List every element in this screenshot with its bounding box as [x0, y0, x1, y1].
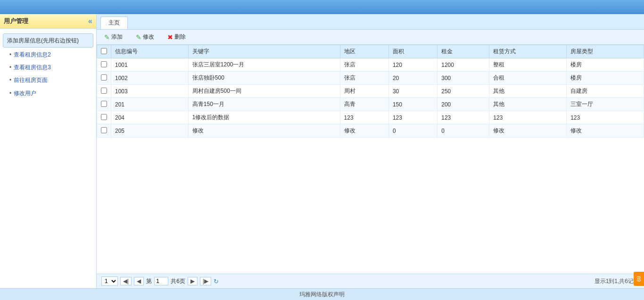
- edit-button[interactable]: ✎ 修改: [133, 32, 157, 42]
- table-row[interactable]: 205 修改 修改 0 0 修改 修改: [97, 124, 644, 138]
- row-rent-type: 合租: [489, 72, 567, 85]
- row-size: 123: [388, 111, 437, 124]
- delete-button[interactable]: ✖ 删除: [165, 32, 189, 42]
- row-rent: 123: [438, 111, 489, 124]
- sidebar-title: 用户管理: [4, 17, 28, 25]
- row-id: 1003: [111, 85, 189, 98]
- row-area: 张店: [340, 58, 388, 72]
- row-checkbox[interactable]: [101, 101, 107, 107]
- tab-home[interactable]: 主页: [100, 16, 128, 29]
- prev-page-button[interactable]: ◀: [134, 277, 144, 285]
- sidebar-item-label: 查看租房信息2: [14, 50, 51, 59]
- table-row[interactable]: 201 高青150一月 高青 150 200 其他 三室一厅: [97, 98, 644, 111]
- add-icon: ✎: [104, 33, 110, 41]
- row-checkbox[interactable]: [101, 127, 107, 133]
- row-house-type: 楼房: [567, 72, 644, 85]
- row-rent-type: 整租: [489, 58, 567, 72]
- footer: 玛雅网络版权声明: [0, 288, 644, 300]
- row-house-type: 楼房: [567, 58, 644, 72]
- row-checkbox-cell: [97, 98, 111, 111]
- row-size: 150: [388, 98, 437, 111]
- page-size-select[interactable]: 1 10 20: [101, 276, 118, 286]
- sidebar-item-modify-user[interactable]: • 修改用户: [0, 87, 96, 100]
- row-keyword: 高青150一月: [188, 98, 340, 111]
- row-size: 30: [388, 85, 437, 98]
- sidebar-item-view-house3[interactable]: • 查看租房信息3: [0, 61, 96, 74]
- row-id: 205: [111, 124, 189, 138]
- total-pages: 共6页: [171, 277, 185, 285]
- row-keyword: 周村自建房500一间: [188, 85, 340, 98]
- row-size: 0: [388, 124, 437, 138]
- row-checkbox-cell: [97, 72, 111, 85]
- col-header-size: 面积: [388, 45, 437, 58]
- corner-button[interactable]: 89: [634, 272, 644, 286]
- row-house-type: 自建房: [567, 85, 644, 98]
- col-header-area: 地区: [340, 45, 388, 58]
- table-row[interactable]: 1001 张店三居室1200一月 张店 120 1200 整租 楼房: [97, 58, 644, 72]
- table-header-row: 信息编号 关键字 地区 面积 租金 租赁方式 房屋类型: [97, 45, 644, 58]
- row-area: 修改: [340, 124, 388, 138]
- row-keyword: 1修改后的数据: [188, 111, 340, 124]
- row-size: 20: [388, 72, 437, 85]
- bullet-icon: •: [9, 89, 11, 98]
- last-page-button[interactable]: |▶: [200, 277, 211, 285]
- refresh-button[interactable]: ↻: [214, 278, 219, 285]
- row-checkbox[interactable]: [101, 61, 107, 67]
- row-house-type: 123: [567, 111, 644, 124]
- total-records: 显示1到1,共6记录: [594, 277, 639, 285]
- row-area: 周村: [340, 85, 388, 98]
- page-label: 第: [146, 277, 152, 285]
- top-bar: [0, 0, 644, 14]
- sidebar-item-label: 查看租房信息3: [14, 63, 51, 72]
- row-checkbox-cell: [97, 58, 111, 72]
- col-header-house-type: 房屋类型: [567, 45, 644, 58]
- row-id: 1002: [111, 72, 189, 85]
- sidebar-header: 用户管理 «: [0, 14, 96, 29]
- next-page-button[interactable]: ▶: [188, 277, 198, 285]
- row-house-type: 修改: [567, 124, 644, 138]
- sidebar-item-label: 添加房屋信息(先用右边按钮): [7, 36, 79, 45]
- add-button[interactable]: ✎ 添加: [101, 32, 125, 42]
- row-rent: 250: [438, 85, 489, 98]
- col-header-checkbox: [97, 45, 111, 58]
- page-number-input[interactable]: [154, 277, 168, 285]
- table-container: 信息编号 关键字 地区 面积 租金 租赁方式 房屋类型 1001 张店三居室12…: [97, 45, 644, 274]
- collapse-icon[interactable]: «: [88, 17, 92, 25]
- bullet-icon: •: [9, 63, 11, 72]
- sidebar: 用户管理 « 添加房屋信息(先用右边按钮) • 查看租房信息2 • 查看租房信息…: [0, 14, 97, 288]
- row-rent-type: 修改: [489, 124, 567, 138]
- data-table: 信息编号 关键字 地区 面积 租金 租赁方式 房屋类型 1001 张店三居室12…: [97, 45, 644, 138]
- col-header-keyword: 关键字: [188, 45, 340, 58]
- sidebar-item-label: 前往租房页面: [14, 76, 48, 85]
- row-keyword: 张店独卧500: [188, 72, 340, 85]
- row-checkbox[interactable]: [101, 114, 107, 120]
- sidebar-item-go-rental[interactable]: • 前往租房页面: [0, 74, 96, 87]
- row-checkbox-cell: [97, 124, 111, 138]
- table-row[interactable]: 1003 周村自建房500一间 周村 30 250 其他 自建房: [97, 85, 644, 98]
- footer-text: 玛雅网络版权声明: [299, 291, 345, 299]
- row-id: 204: [111, 111, 189, 124]
- table-row[interactable]: 204 1修改后的数据 123 123 123 123 123: [97, 111, 644, 124]
- row-area: 123: [340, 111, 388, 124]
- pagination: 1 10 20 ◀| ◀ 第 共6页 ▶ |▶ ↻ 显示1到1,共6记录: [97, 274, 644, 288]
- select-all-checkbox[interactable]: [101, 48, 107, 54]
- row-checkbox[interactable]: [101, 74, 107, 81]
- delete-label: 删除: [174, 33, 186, 41]
- bullet-icon: •: [9, 50, 11, 59]
- row-checkbox[interactable]: [101, 88, 107, 94]
- row-rent-type: 其他: [489, 98, 567, 111]
- row-rent-type: 其他: [489, 85, 567, 98]
- sidebar-item-view-house2[interactable]: • 查看租房信息2: [0, 49, 96, 61]
- sidebar-item-add-house[interactable]: 添加房屋信息(先用右边按钮): [3, 33, 93, 48]
- row-area: 张店: [340, 72, 388, 85]
- row-rent-type: 123: [489, 111, 567, 124]
- first-page-button[interactable]: ◀|: [120, 277, 132, 285]
- sidebar-item-label: 修改用户: [14, 89, 36, 98]
- content-area: 主页 ✎ 添加 ✎ 修改 ✖ 删除: [97, 14, 644, 288]
- table-row[interactable]: 1002 张店独卧500 张店 20 300 合租 楼房: [97, 72, 644, 85]
- col-header-id: 信息编号: [111, 45, 189, 58]
- row-size: 120: [388, 58, 437, 72]
- row-id: 201: [111, 98, 189, 111]
- row-area: 高青: [340, 98, 388, 111]
- edit-label: 修改: [143, 33, 154, 41]
